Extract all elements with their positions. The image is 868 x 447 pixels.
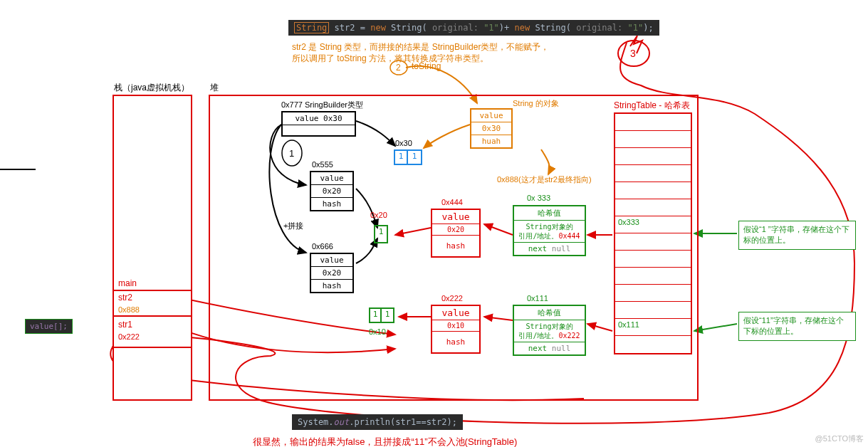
- arr30: 1 1: [394, 149, 422, 165]
- addr888-label: 0x888(这才是str2最终指向): [497, 174, 592, 185]
- stringtable-slot-333: 0x333: [615, 216, 691, 233]
- tostring-label: toString: [412, 61, 441, 71]
- note-2: 假设“11”字符串，存储在这个下标的位置上。: [738, 312, 856, 341]
- node333-addr: 0x 333: [527, 194, 550, 202]
- string-table: 0x333 0x111: [614, 112, 692, 354]
- obj444: value 0x20 hash: [431, 209, 481, 258]
- obj222-addr: 0x222: [441, 294, 463, 303]
- sb-row: value 0x30: [283, 112, 355, 125]
- arr30-addr: 0x30: [395, 139, 412, 147]
- stack-box: main str2 0x888 str1 0x222: [113, 95, 192, 401]
- note-1: 假设“1 ”字符串，存储在这个下标的位置上。: [738, 221, 856, 250]
- svg-point-0: [618, 41, 649, 66]
- stack-addr1: 0x222: [114, 331, 191, 348]
- explain-line2: 所以调用了 toString 方法，将其转换成字符串类型。: [292, 53, 488, 65]
- string-obj: value 0x30 huah: [470, 108, 513, 149]
- node111-addr: 0x111: [527, 294, 548, 303]
- code-bottom: System.out.println(str1==str2);: [292, 414, 463, 430]
- node111: 哈希值 String对象的 引用/地址。0x222 next null: [513, 305, 586, 356]
- sb-box: value 0x30: [281, 111, 356, 137]
- obj555: value 0x20 hash: [310, 171, 354, 211]
- arr10-addr: 0x10: [369, 327, 386, 336]
- arr10: 1 1: [369, 307, 394, 323]
- stringtable-title: StringTable - 哈希表: [614, 100, 690, 112]
- heap-title: 堆: [210, 82, 219, 94]
- arr20: 1: [374, 225, 388, 243]
- stack-title: 栈（java虚拟机栈）: [114, 82, 189, 94]
- arr20-addr: 0x20: [370, 211, 387, 219]
- stack-str2: str2: [114, 291, 191, 304]
- obj444-addr: 0x444: [441, 198, 463, 206]
- value-badge: value[];: [25, 319, 73, 334]
- node333: 哈希值 String对象的 引用/地址。0x444 next null: [513, 205, 586, 256]
- svg-text:3: 3: [630, 48, 636, 59]
- explain-line1: str2 是 String 类型，而拼接的结果是 StringBuilder类型…: [292, 41, 549, 53]
- sb-title: 0x777 SringBuilder类型: [281, 100, 363, 110]
- obj666: value 0x20 hash: [310, 253, 354, 293]
- obj666-addr: 0x666: [312, 242, 333, 251]
- keyword-string: String: [294, 22, 329, 33]
- stack-main: main: [114, 277, 191, 291]
- conclusion: 很显然，输出的结果为false，且拼接成“11”不会入池(StringTable…: [253, 436, 517, 447]
- obj222: value 0x10 hash: [431, 305, 481, 354]
- stringtable-slot-111: 0x111: [615, 319, 691, 336]
- concat-label: +拼接: [283, 221, 303, 231]
- watermark: @51CTO博客: [815, 433, 864, 444]
- obj555-addr: 0x555: [312, 160, 333, 169]
- stack-addr2: 0x888: [114, 304, 191, 317]
- stack-str1: str1: [114, 317, 191, 331]
- code-top: String str2 = new String( original: "1")…: [288, 20, 659, 36]
- string-obj-title: String 的对象: [513, 98, 559, 109]
